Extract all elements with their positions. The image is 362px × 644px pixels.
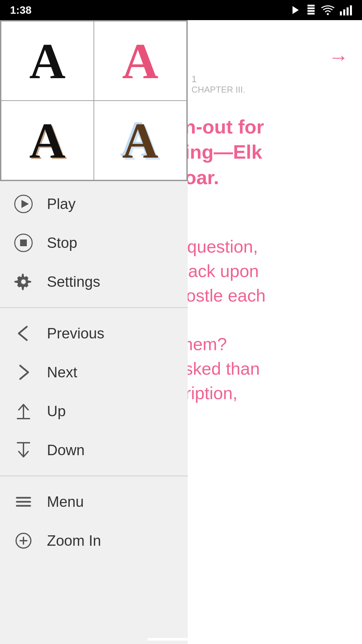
zoomin-menu-item[interactable]: Zoom In	[0, 521, 188, 560]
forward-arrow-button[interactable]: →	[328, 46, 349, 69]
stop-label: Stop	[47, 234, 77, 251]
svg-rect-9	[350, 5, 352, 15]
status-bar: 1:38	[0, 0, 362, 20]
svg-rect-8	[347, 7, 349, 15]
stop-menu-item[interactable]: Stop	[0, 223, 188, 262]
font-letter-pink: A	[122, 32, 158, 90]
next-menu-item[interactable]: Next	[0, 353, 188, 392]
signal-icon	[340, 5, 352, 15]
drawer: A A A A Play	[0, 20, 188, 644]
settings-label: Settings	[47, 273, 100, 290]
up-menu-item[interactable]: Up	[0, 392, 188, 431]
settings-menu-item[interactable]: Settings	[0, 262, 188, 301]
svg-rect-3	[307, 10, 314, 12]
wifi-icon	[321, 5, 335, 15]
svg-rect-1	[307, 5, 314, 6]
menu-section-3: Menu Zoom In	[0, 479, 188, 564]
up-icon	[13, 401, 34, 421]
chapter-next-num: 1	[191, 74, 197, 85]
font-cell-black[interactable]: A	[1, 21, 94, 101]
previous-menu-item[interactable]: Previous	[0, 314, 188, 353]
svg-rect-4	[307, 13, 314, 14]
play-label: Play	[47, 196, 76, 212]
font-cell-pink[interactable]: A	[94, 21, 187, 101]
svg-marker-11	[21, 200, 29, 208]
home-indicator	[147, 638, 215, 641]
svg-point-5	[327, 13, 329, 15]
zoomin-icon	[13, 531, 34, 551]
play-menu-item[interactable]: Play	[0, 184, 188, 223]
menu-label: Menu	[47, 493, 84, 510]
next-label: Next	[47, 364, 77, 381]
down-label: Down	[47, 442, 85, 459]
font-cell-serif-shadow[interactable]: A	[1, 101, 94, 180]
menu-section-2: Previous Next Up	[0, 311, 188, 473]
previous-icon	[13, 323, 34, 343]
divider-2	[0, 476, 188, 476]
chapter-next-tab[interactable]: 1 CHAPTER III.	[191, 74, 245, 97]
status-icons	[290, 5, 352, 15]
font-grid: A A A A	[0, 20, 188, 181]
next-icon	[13, 362, 34, 382]
dnd-icon	[290, 5, 301, 15]
zoomin-label: Zoom In	[47, 532, 101, 549]
up-label: Up	[47, 403, 66, 420]
font-cell-blue-shadow[interactable]: A	[94, 101, 187, 180]
down-menu-item[interactable]: Down	[0, 431, 188, 470]
menu-menu-item[interactable]: Menu	[0, 482, 188, 521]
font-letter-blue-shadow: A	[122, 112, 158, 169]
down-icon	[13, 440, 34, 460]
svg-marker-0	[293, 6, 299, 14]
settings-icon	[13, 272, 34, 292]
divider-1	[0, 307, 188, 308]
sim-icon	[306, 5, 316, 15]
menu-icon	[13, 492, 34, 512]
svg-rect-13	[20, 239, 27, 246]
status-time: 1:38	[10, 4, 32, 16]
play-icon	[13, 194, 34, 214]
svg-rect-2	[307, 7, 314, 9]
font-letter-serif-shadow: A	[29, 112, 65, 169]
svg-rect-7	[343, 9, 345, 15]
chapter-next-label: CHAPTER III.	[191, 85, 245, 95]
font-letter-black: A	[29, 32, 65, 90]
menu-section-1: Play Stop Settings	[0, 181, 188, 305]
stop-icon	[13, 233, 34, 253]
previous-label: Previous	[47, 325, 104, 342]
svg-rect-6	[340, 11, 342, 15]
